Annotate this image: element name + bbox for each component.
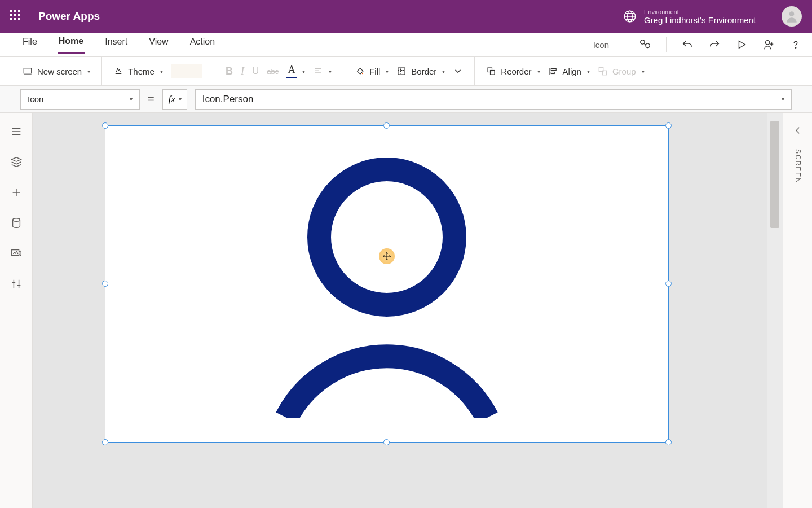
panel-label: SCREEN	[794, 149, 802, 184]
canvas-area[interactable]	[33, 113, 783, 508]
background-color-swatch[interactable]	[171, 64, 202, 78]
insert-icon[interactable]	[10, 186, 23, 199]
more-formatting-button[interactable]	[453, 66, 463, 76]
data-icon[interactable]	[10, 217, 23, 229]
environment-value: Greg Lindhorst's Environment	[644, 15, 756, 25]
font-color-button[interactable]: A ▾	[286, 64, 305, 78]
svg-rect-16	[11, 250, 19, 256]
user-avatar[interactable]	[782, 6, 802, 27]
menu-insert[interactable]: Insert	[104, 37, 129, 52]
svg-point-17	[319, 169, 454, 305]
properties-panel-collapsed[interactable]: SCREEN	[783, 113, 812, 508]
tree-view-icon[interactable]	[10, 156, 23, 168]
environment-display[interactable]: Environment Greg Lindhorst's Environment	[644, 8, 756, 25]
svg-point-4	[646, 43, 650, 47]
move-cursor-icon	[379, 248, 395, 264]
svg-rect-12	[551, 72, 554, 74]
fill-button[interactable]: Fill▾	[355, 66, 389, 76]
chevron-left-icon[interactable]	[793, 125, 803, 135]
svg-rect-7	[24, 68, 32, 73]
media-icon[interactable]	[10, 247, 23, 260]
title-bar: Power Apps Environment Greg Lindhorst's …	[0, 0, 812, 33]
svg-rect-8	[398, 68, 405, 75]
bold-button[interactable]: B	[226, 65, 233, 77]
redo-icon[interactable]	[708, 38, 721, 51]
underline-button[interactable]: U	[252, 65, 259, 77]
selected-object-label: Icon	[593, 40, 609, 50]
menu-action[interactable]: Action	[189, 37, 216, 52]
text-align-button[interactable]: ▾	[313, 66, 332, 76]
formula-input[interactable]: Icon.Person ▾	[195, 89, 792, 110]
equals-sign: =	[148, 93, 155, 106]
border-button[interactable]: Border▾	[396, 66, 445, 76]
menu-file[interactable]: File	[21, 37, 38, 52]
svg-point-5	[766, 41, 770, 45]
environment-label: Environment	[644, 8, 756, 15]
left-rail	[0, 113, 33, 508]
svg-rect-9	[488, 68, 492, 72]
group-button[interactable]: Group▾	[598, 66, 645, 76]
play-icon[interactable]	[735, 38, 748, 51]
work-area: SCREEN	[0, 113, 812, 508]
vertical-scrollbar[interactable]	[770, 121, 779, 228]
property-select[interactable]: Icon ▾	[20, 89, 140, 110]
svg-rect-11	[551, 69, 556, 71]
help-icon[interactable]	[789, 38, 802, 51]
svg-point-6	[795, 47, 796, 48]
svg-point-2	[789, 11, 795, 16]
svg-rect-10	[491, 71, 495, 75]
reorder-button[interactable]: Reorder▾	[486, 66, 540, 76]
hamburger-icon[interactable]	[10, 125, 23, 138]
italic-button[interactable]: I	[241, 65, 244, 77]
person-icon[interactable]	[274, 158, 500, 418]
globe-icon	[623, 9, 637, 24]
menu-bar: File Home Insert View Action Icon	[0, 33, 812, 57]
svg-point-15	[12, 218, 20, 222]
app-launcher-icon[interactable]	[10, 10, 23, 23]
menu-home[interactable]: Home	[58, 36, 85, 54]
svg-point-3	[641, 40, 645, 44]
app-name: Power Apps	[38, 10, 100, 23]
strikethrough-button[interactable]: abc	[267, 67, 279, 76]
theme-button[interactable]: Theme▾	[113, 66, 163, 76]
share-icon[interactable]	[762, 38, 775, 51]
divider	[666, 37, 667, 52]
align-button[interactable]: Align▾	[548, 66, 590, 76]
ribbon-toolbar: New screen▾ Theme▾ B I U abc A ▾ ▾ Fill▾	[0, 57, 812, 86]
fx-dropdown[interactable]: fx▾	[162, 89, 187, 110]
advanced-tools-icon[interactable]	[10, 278, 23, 290]
screen-canvas[interactable]	[105, 125, 669, 443]
app-checker-icon[interactable]	[639, 38, 651, 51]
formula-bar: Icon ▾ = fx▾ Icon.Person ▾	[0, 86, 812, 113]
menu-view[interactable]: View	[148, 37, 169, 52]
divider	[624, 37, 624, 52]
new-screen-button[interactable]: New screen▾	[23, 66, 90, 76]
undo-icon[interactable]	[681, 38, 694, 51]
